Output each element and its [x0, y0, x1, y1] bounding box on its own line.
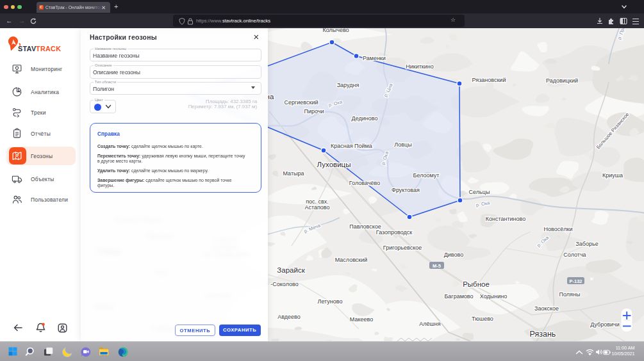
svg-text:Белоомут: Белоомут: [413, 172, 440, 179]
svg-text:Никиткино: Никиткино: [406, 63, 434, 70]
svg-text:Р-132: Р-132: [569, 278, 582, 284]
svg-text:Радовицкий: Радовицкий: [546, 77, 578, 84]
svg-text:Масловский: Масловский: [335, 257, 368, 263]
svg-text:Дединово: Дединово: [352, 115, 378, 122]
svg-text:Фруктовая: Фруктовая: [392, 187, 420, 193]
svg-text:Ловцы: Ловцы: [394, 141, 411, 148]
svg-text:Раменки: Раменки: [363, 55, 386, 61]
svg-text:Заборье: Заборье: [575, 241, 598, 247]
svg-text:-Соколово: -Соколово: [270, 281, 298, 287]
svg-text:Солотча: Солотча: [563, 252, 586, 258]
svg-text:Головачёво: Головачёво: [349, 180, 380, 186]
svg-text:Колычево: Колычево: [322, 28, 349, 33]
svg-text:Дубровичи: Дубровичи: [590, 321, 620, 328]
svg-text:TRACK: TRACK: [36, 45, 61, 52]
svg-text:Рязань: Рязань: [530, 330, 556, 339]
svg-text:Тюшево: Тюшево: [472, 316, 493, 322]
svg-text:Баграмово: Баграмово: [444, 293, 473, 300]
svg-text:Поляны: Поляны: [559, 291, 581, 298]
svg-text:Константиново: Константиново: [486, 216, 526, 222]
svg-text:Дивово: Дивово: [444, 252, 464, 258]
svg-text:Зарайск: Зарайск: [277, 266, 305, 274]
svg-text:STAV: STAV: [18, 45, 37, 52]
svg-text:Григорьевское: Григорьевское: [383, 245, 422, 251]
svg-text:Макеево: Макеево: [350, 316, 373, 323]
svg-text:Пирочи: Пирочи: [304, 108, 324, 115]
svg-text:М-5: М-5: [433, 263, 441, 269]
svg-text:Авдеево: Авдеево: [277, 314, 301, 320]
svg-text:Зарудня: Зарудня: [337, 82, 359, 88]
svg-text:Летуново: Летуново: [318, 298, 343, 305]
svg-text:Матыра: Матыра: [283, 170, 304, 177]
svg-text:Рязановский: Рязановский: [472, 77, 506, 83]
svg-text:Астапово: Астапово: [304, 204, 329, 211]
svg-text:Алёшня: Алёшня: [419, 321, 440, 327]
svg-text:Сельцы: Сельцы: [469, 189, 490, 195]
svg-text:Газопроводск: Газопроводск: [376, 229, 412, 236]
svg-text:Луховицы: Луховицы: [317, 161, 351, 168]
svg-text:Рыбное: Рыбное: [463, 280, 490, 288]
svg-text:Красная Пойма: Красная Пойма: [331, 143, 372, 149]
svg-text:Сергиевский: Сергиевский: [285, 99, 318, 106]
svg-text:Новосёлки: Новосёлки: [544, 226, 573, 232]
svg-text:Ходынино: Ходынино: [480, 293, 507, 300]
svg-text:Заокское: Заокское: [534, 305, 559, 312]
svg-text:Криуша: Криуша: [602, 172, 623, 179]
